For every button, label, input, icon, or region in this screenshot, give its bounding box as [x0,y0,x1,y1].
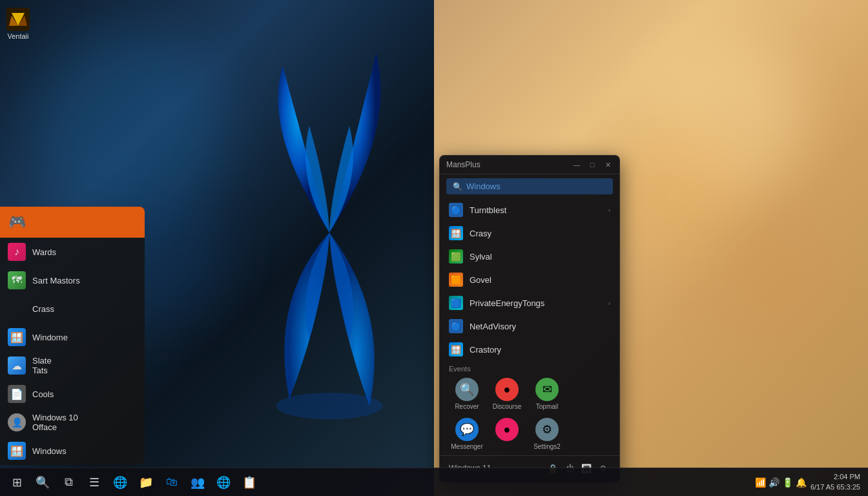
taskbar-right: 📶 🔊 🔋 🔔 2:04 PM 6/17 A5 65:3:25 [747,472,868,492]
sidebar-item-crass[interactable]: Crass [0,294,145,323]
search-text: Windows [466,181,501,191]
sidebar-cools-label: Cools [32,389,54,399]
sidebar-item-slate[interactable]: ☁ SlateTats [0,351,145,380]
taskview-button[interactable]: ⧉ [57,471,80,494]
menu-title: MansPlus [446,160,480,169]
network-icon[interactable]: 📶 [755,477,766,488]
ventaii-logo: Ventaii [6,8,30,40]
topmail-icon: ✉ [535,378,559,401]
menu-item-netadvisory[interactable]: 🔵 NetAdVisory [440,315,619,338]
settings2-label: Settings2 [533,443,561,450]
sidebar-windows-icon: 🪟 [8,442,26,460]
app-icons-grid2: 💬 Messenger ● ⚙ Settings2 [440,415,619,453]
turntblest-label: Turntblest [470,205,506,215]
system-tray-icons: 📶 🔊 🔋 🔔 [755,477,807,488]
crastory-icon: 🪟 [449,342,463,356]
app-settings2[interactable]: ⚙ Settings2 [529,418,565,450]
menu-item-sylval[interactable]: 🟩 Sylval [440,245,619,268]
sidebar-item-windows[interactable]: 🪟 Windows [0,437,145,465]
sidebar-windows10-label: Windows 10Offace [32,413,78,432]
start-button[interactable]: ⊞ [5,471,28,494]
recover-label: Recover [455,403,479,410]
maximize-button[interactable]: □ [587,160,597,170]
edge-button[interactable]: 🌐 [108,471,132,494]
menu-item-crastory[interactable]: 🪟 Crastory [440,338,619,361]
sidebar-crass-icon [8,300,26,318]
clock-time: 2:04 PM [811,472,860,482]
sidebar-sart-mastors-label: Sart Mastors [32,276,80,285]
sidebar-wards-label: Wards [32,247,56,257]
sidebar-doc-icon: 📄 [8,385,26,403]
taskbar: ⊞ 🔍 ⧉ ☰ 🌐 📁 🛍 👥 🌐 📋 📶 🔊 🔋 🔔 2:04 PM 6/17… [0,468,868,496]
menu-item-crasy[interactable]: 🪟 Crasy [440,222,619,245]
menu-item-turntblest[interactable]: 🔵 Turntblest › [440,198,619,222]
menu-controls: — □ ✕ [572,160,613,170]
minimize-button[interactable]: — [572,160,582,170]
pet-label: PrivateEnergyTongs [470,298,544,308]
taskbar-clock[interactable]: 2:04 PM 6/17 A5 65:3:25 [811,472,860,492]
sidebar-item-windows10[interactable]: 👤 Windows 10Offace [0,408,145,437]
teams-button[interactable]: 👥 [186,471,209,494]
crastory-label: Crastory [470,345,501,355]
widgets-button[interactable]: ☰ [83,471,106,494]
net-icon: 🔵 [449,319,463,333]
discourse-label: Discourse [493,403,521,410]
sidebar-item-windome[interactable]: 🪟 Windome [0,323,145,351]
pet-arrow-icon: › [608,300,610,307]
menu-item-govel[interactable]: 🟧 Govel [440,268,619,291]
events-section-label: Events [440,361,619,375]
govel-label: Govel [470,275,491,285]
chrome-button[interactable]: 🌐 [212,471,235,494]
settings2-icon: ⚙ [535,418,559,441]
discourse-icon: ● [495,378,519,401]
left-sidebar: 🎮 ♪ Wards 🗺 Sart Mastors Crass 🪟 Windome… [0,207,145,465]
pet-icon: 🟦 [449,296,463,310]
close-button[interactable]: ✕ [603,160,613,170]
sidebar-windome-label: Windome [32,333,68,342]
sidebar-onedrive-icon: ☁ [8,356,26,375]
menu-item-privateenergytongs[interactable]: 🟦 PrivateEnergyTongs › [440,291,619,315]
arrow-icon: › [608,207,610,214]
search-icon: 🔍 [453,182,462,191]
sth-icon: ● [495,418,519,441]
sound-icon[interactable]: 🔊 [769,477,780,488]
app-messenger[interactable]: 💬 Messenger [449,418,485,450]
svg-point-0 [276,393,382,419]
sidebar-header: 🎮 [0,207,145,238]
search-button[interactable]: 🔍 [31,471,54,494]
app-sth[interactable]: ● [489,418,525,450]
sidebar-item-cools[interactable]: 📄 Cools [0,380,145,408]
explorer-button[interactable]: 📁 [134,471,158,494]
store-button[interactable]: 🛍 [160,471,183,494]
govel-icon: 🟧 [449,273,463,287]
app-discourse[interactable]: ● Discourse [489,378,525,410]
app-icons-grid: 🔍 Recover ● Discourse ✉ Topmail [440,375,619,413]
crasy-label: Crasy [470,229,491,238]
topmail-label: Topmail [536,403,558,410]
menu-titlebar: MansPlus — □ ✕ [440,156,619,174]
sylval-label: Sylval [470,252,492,262]
sylval-icon: 🟩 [449,249,463,264]
sidebar-header-icon: 🎮 [8,213,26,231]
misc-button[interactable]: 📋 [238,471,261,494]
app-topmail[interactable]: ✉ Topmail [529,378,565,410]
sidebar-crass-label: Crass [32,304,54,314]
sidebar-item-wards[interactable]: ♪ Wards [0,238,145,266]
battery-icon[interactable]: 🔋 [782,477,793,488]
sidebar-windome-icon: 🪟 [8,328,26,346]
messenger-label: Messenger [451,443,482,450]
sidebar-maps-icon: 🗺 [8,271,26,289]
sidebar-music-icon: ♪ [8,243,26,261]
app-recover[interactable]: 🔍 Recover [449,378,485,410]
clock-date: 6/17 A5 65:3:25 [811,482,860,492]
sidebar-item-sart-mastors[interactable]: 🗺 Sart Mastors [0,266,145,294]
windows11-flower [226,32,433,433]
taskbar-left: ⊞ 🔍 ⧉ ☰ 🌐 📁 🛍 👥 🌐 📋 [0,471,266,494]
crasy-icon: 🪟 [449,226,463,240]
net-label: NetAdVisory [470,322,516,331]
menu-search-bar[interactable]: 🔍 Windows [446,178,613,194]
app-menu: MansPlus — □ ✕ 🔍 Windows 🔵 Turntblest › … [439,155,620,482]
notification-icon[interactable]: 🔔 [796,477,807,488]
turntblest-icon: 🔵 [449,203,463,217]
ventaii-label: Ventaii [7,32,28,40]
